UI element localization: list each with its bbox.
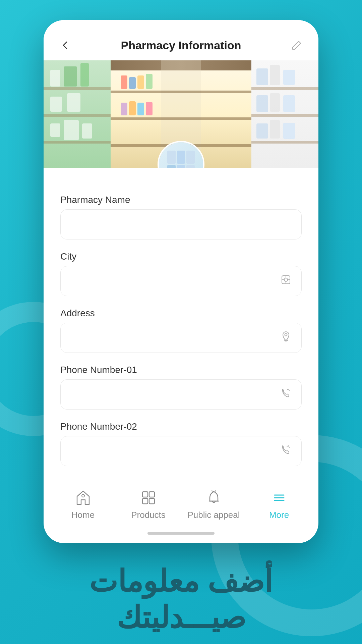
city-input[interactable]	[61, 266, 301, 296]
svg-rect-9	[142, 492, 148, 497]
svg-point-13	[213, 491, 215, 492]
city-field-wrapper	[60, 266, 302, 296]
cover-image	[44, 60, 318, 168]
phone-icon-1	[280, 387, 292, 402]
phone1-field-wrapper	[60, 379, 302, 410]
svg-point-1	[284, 278, 288, 281]
back-button[interactable]	[57, 37, 74, 54]
status-bar	[44, 20, 318, 34]
svg-point-6	[285, 334, 287, 336]
more-icon	[270, 488, 289, 507]
nav-item-home[interactable]: Home	[56, 488, 110, 520]
bell-icon	[204, 488, 223, 507]
top-navigation: Pharmacy Information	[44, 34, 318, 60]
address-input[interactable]	[61, 323, 301, 353]
more-nav-label: More	[269, 510, 289, 520]
svg-point-7	[284, 340, 288, 341]
nav-item-products[interactable]: Products	[122, 488, 175, 520]
phone1-input[interactable]	[61, 380, 301, 409]
map-pin-icon	[280, 330, 292, 345]
phone2-label: Phone Number-02	[60, 421, 302, 432]
products-nav-label: Products	[131, 510, 166, 520]
location-grid-icon	[280, 274, 292, 288]
pharmacy-name-label: Pharmacy Name	[60, 195, 302, 205]
pharmacy-name-field-wrapper	[60, 209, 302, 239]
svg-line-15	[215, 490, 216, 491]
phone-icon-2	[280, 444, 292, 459]
arabic-section: أضف معلومات صيـــدليتك تحكم في ملفـــك ا…	[44, 543, 318, 644]
nav-item-more[interactable]: More	[252, 488, 306, 520]
svg-line-14	[212, 490, 213, 491]
address-field-wrapper	[60, 323, 302, 353]
home-nav-label: Home	[71, 510, 95, 520]
bottom-navigation: Home Products	[44, 478, 318, 527]
home-icon	[74, 488, 93, 507]
phone-frame: Pharmacy Information	[44, 20, 318, 543]
products-icon	[139, 488, 158, 507]
form-area: Pharmacy Name City Address	[44, 168, 318, 466]
svg-rect-11	[142, 498, 148, 504]
phone2-input[interactable]	[61, 436, 301, 466]
pharmacy-name-input[interactable]	[61, 210, 301, 239]
profile-area	[158, 141, 204, 168]
svg-rect-12	[149, 498, 155, 504]
public-appeal-nav-label: Public appeal	[187, 510, 240, 520]
edit-button[interactable]	[288, 37, 305, 54]
home-indicator-bar	[147, 532, 215, 535]
nav-item-public-appeal[interactable]: Public appeal	[187, 488, 241, 520]
page-title: Pharmacy Information	[121, 39, 241, 52]
address-label: Address	[60, 308, 302, 319]
phone1-label: Phone Number-01	[60, 365, 302, 375]
svg-rect-10	[149, 492, 155, 497]
svg-point-8	[82, 494, 84, 497]
city-label: City	[60, 251, 302, 262]
phone2-field-wrapper	[60, 436, 302, 466]
arabic-main-text: أضف معلومات صيـــدليتك	[64, 563, 298, 636]
home-indicator	[44, 527, 318, 543]
profile-avatar	[158, 141, 204, 168]
